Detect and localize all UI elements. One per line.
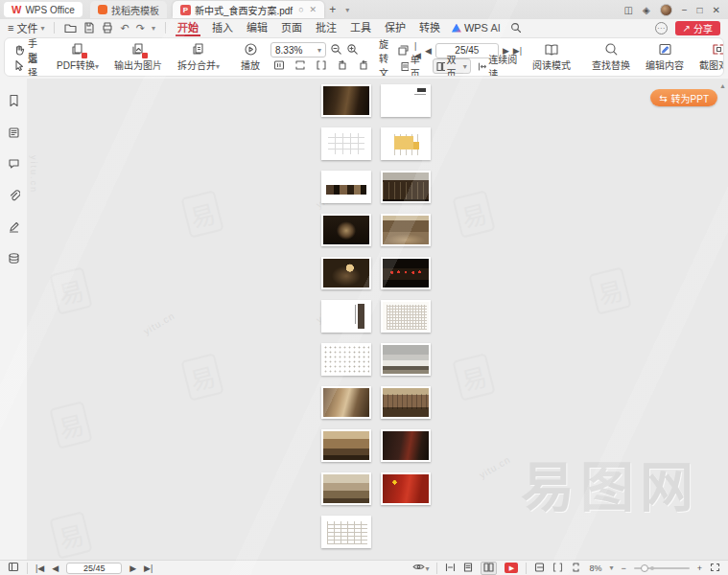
redo-icon[interactable]: ↷ xyxy=(136,22,145,34)
find-replace-button[interactable]: 查找替换 xyxy=(587,40,635,74)
status-fit-page-icon[interactable] xyxy=(534,563,545,574)
eye-icon[interactable]: ▾ xyxy=(412,563,429,573)
rotate-doc-button[interactable]: 旋转文档 xyxy=(376,58,391,73)
zoom-plus-icon[interactable]: + xyxy=(697,564,702,573)
single-page-button[interactable]: 单页 xyxy=(397,58,429,74)
menu-item-home[interactable]: 开始 xyxy=(176,19,200,36)
reorder-pages-icon[interactable] xyxy=(397,44,411,57)
status-prev-page-icon[interactable]: ◀ xyxy=(52,564,59,573)
comment-panel-icon[interactable] xyxy=(8,158,20,172)
save-icon[interactable] xyxy=(83,22,95,34)
status-actual-size-icon[interactable] xyxy=(571,563,581,574)
file-menu[interactable]: ≡ 文件 ▾ xyxy=(8,20,44,35)
page-thumbnail[interactable] xyxy=(381,429,431,462)
page-thumbnail[interactable] xyxy=(321,516,371,548)
tab-close-icon[interactable]: ✕ xyxy=(310,5,317,14)
pdf-convert-button[interactable]: PDF转换▾ xyxy=(52,40,104,74)
page-thumbnail[interactable] xyxy=(321,257,371,289)
menu-item-tools[interactable]: 工具 xyxy=(348,19,373,36)
split-merge-button[interactable]: 拆分合并▾ xyxy=(173,40,224,74)
menu-item-protect[interactable]: 保护 xyxy=(383,19,408,36)
page-thumbnail[interactable] xyxy=(321,343,371,376)
menu-item-edit[interactable]: 编辑 xyxy=(245,19,270,36)
menu-item-annotate[interactable]: 批注 xyxy=(314,19,339,36)
play-button[interactable]: 播放 xyxy=(236,40,265,74)
page-thumbnail[interactable] xyxy=(381,343,431,376)
scrollbar-up-icon[interactable]: ▲ xyxy=(719,82,726,89)
zoom-in-icon[interactable] xyxy=(346,43,359,58)
tab-list-dropdown[interactable]: ▾ xyxy=(341,6,354,14)
page-thumbnail[interactable] xyxy=(381,257,431,289)
undo-icon[interactable]: ↶ xyxy=(120,22,129,34)
page-thumbnail[interactable] xyxy=(381,127,431,160)
export-image-button[interactable]: 输出为图片 xyxy=(109,40,167,74)
page-thumbnail[interactable] xyxy=(381,214,431,246)
status-first-page-icon[interactable]: |◀ xyxy=(35,564,44,573)
tab-document[interactable]: P 新中式_食西安方案.pdf ○ ✕ xyxy=(173,1,324,18)
globe-icon[interactable]: ◈ xyxy=(643,5,650,15)
status-next-page-icon[interactable]: ▶ xyxy=(129,564,136,573)
user-avatar[interactable] xyxy=(660,4,672,16)
zoom-minus-icon[interactable]: − xyxy=(621,564,625,573)
status-last-page-icon[interactable]: ▶| xyxy=(144,564,153,573)
status-fit-width-icon[interactable] xyxy=(552,563,563,574)
double-page-button[interactable]: 双页 ▾ xyxy=(433,58,471,74)
prev-page-icon[interactable]: ◀ xyxy=(425,46,432,56)
page-thumbnail[interactable] xyxy=(321,127,371,160)
zoom-slider-thumb[interactable] xyxy=(641,564,648,572)
read-mode-button[interactable]: 阅读模式 xyxy=(528,40,575,74)
print-icon[interactable] xyxy=(102,22,113,34)
edit-content-button[interactable]: 编辑内容 xyxy=(641,40,689,74)
status-double-page-icon[interactable] xyxy=(481,562,497,575)
bookmark-icon[interactable] xyxy=(8,94,20,109)
page-thumbnail[interactable] xyxy=(321,300,371,333)
split-view-icon[interactable]: ◫ xyxy=(624,5,633,15)
fit-page-icon[interactable] xyxy=(292,58,309,73)
attachment-icon[interactable] xyxy=(8,189,20,203)
stamp-icon[interactable] xyxy=(8,252,20,266)
fit-width-icon[interactable] xyxy=(313,58,330,73)
share-button[interactable]: ↗ 分享 xyxy=(675,21,720,35)
zoom-out-icon[interactable] xyxy=(330,43,342,58)
tab-docer-template[interactable]: 找稻壳模板 xyxy=(90,1,167,18)
page-thumbnail[interactable] xyxy=(321,472,371,505)
new-tab-button[interactable]: + xyxy=(324,3,341,16)
page-thumbnail[interactable] xyxy=(381,386,431,419)
page-thumbnail[interactable] xyxy=(381,472,431,505)
status-zoom-dropdown-icon[interactable]: ▾ xyxy=(609,564,613,572)
page-thumbnail[interactable] xyxy=(321,214,371,246)
actual-size-icon[interactable] xyxy=(270,58,288,73)
signature-icon[interactable] xyxy=(8,220,20,235)
minimize-button[interactable]: − xyxy=(682,5,688,15)
page-thumbnail[interactable] xyxy=(321,386,371,419)
menu-item-convert[interactable]: 转换 xyxy=(417,19,442,36)
zoom-slider[interactable] xyxy=(634,567,690,569)
menu-item-page[interactable]: 页面 xyxy=(279,19,304,36)
rotate-right-icon[interactable] xyxy=(355,58,372,73)
page-thumbnail[interactable] xyxy=(321,429,371,462)
status-single-page-icon[interactable] xyxy=(463,563,473,574)
continuous-read-button[interactable]: 连续阅读 xyxy=(475,58,522,74)
compare-button[interactable]: 截图对比 xyxy=(694,40,724,74)
page-panel-icon[interactable] xyxy=(8,562,19,574)
thumbnail-panel-icon[interactable] xyxy=(8,126,20,141)
zoom-select[interactable]: 8.33% ▾ xyxy=(270,42,326,58)
select-tool-button[interactable]: 选择 xyxy=(11,58,40,73)
status-continuous-icon[interactable] xyxy=(445,563,456,574)
feedback-icon[interactable]: ⋯ xyxy=(655,22,668,34)
page-thumbnail[interactable] xyxy=(381,300,431,333)
menu-item-insert[interactable]: 插入 xyxy=(210,19,235,36)
document-canvas[interactable]: yitu.cn 易 易 易 易 易 易 易 易 yitu.cn yitu.cn … xyxy=(27,79,728,560)
page-thumbnail[interactable] xyxy=(381,84,431,117)
page-thumbnail[interactable] xyxy=(321,84,371,117)
close-button[interactable]: ✕ xyxy=(713,5,720,15)
convert-to-ppt-button[interactable]: ⇆ 转为PPT xyxy=(650,89,717,106)
menubar-search-icon[interactable] xyxy=(510,22,522,34)
page-thumbnail[interactable] xyxy=(321,171,371,203)
status-play-button[interactable]: ▶ xyxy=(505,563,518,573)
page-thumbnail[interactable] xyxy=(381,171,431,203)
fullscreen-icon[interactable] xyxy=(710,563,720,574)
app-logo[interactable]: W WPS Office xyxy=(4,2,82,17)
tab-comment-icon[interactable]: ○ xyxy=(298,5,303,14)
rotate-left-icon[interactable] xyxy=(334,58,351,73)
